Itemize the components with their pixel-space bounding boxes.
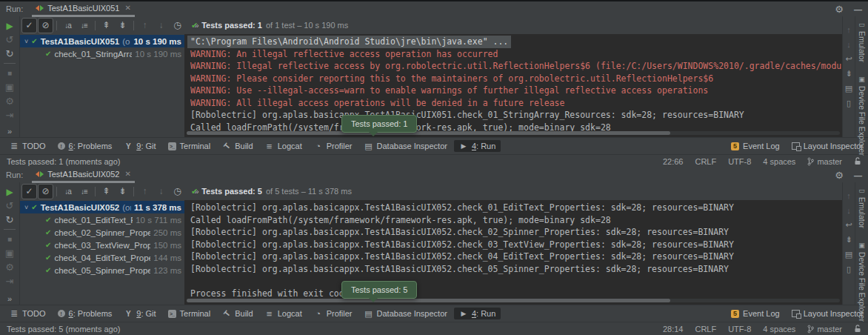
collapse-all-icon[interactable]: ⇟ [115, 18, 130, 33]
previous-occurrence-icon[interactable]: ↑ [844, 190, 854, 201]
run-config-tab[interactable]: TestA1BasicUIX051 [32, 1, 135, 17]
toggle-auto-test-icon[interactable]: ↻ [1, 213, 18, 227]
next-occurrence-icon[interactable]: ↓ [844, 205, 854, 216]
soft-wrap-icon[interactable]: ↩ [844, 53, 854, 64]
vdivider[interactable] [131, 18, 136, 33]
tool-window-stripe-button[interactable]: Emulator [858, 21, 867, 62]
scroll-to-end-icon[interactable]: ⇟ [844, 68, 854, 79]
tab-terminal[interactable]: Terminal [163, 140, 216, 152]
test-settings-icon[interactable]: ⚙ [1, 94, 18, 108]
vdivider[interactable] [131, 184, 136, 199]
clear-all-icon[interactable]: ▯ [844, 264, 854, 275]
tab-problems[interactable]: 6: Problems [53, 140, 118, 152]
tab-terminal[interactable]: Terminal [163, 308, 216, 319]
collapse-all-icon[interactable]: ⇟ [115, 184, 130, 199]
test-case-row[interactable]: check_03_TextView_Properties 150 ms [20, 239, 184, 251]
test-case-row[interactable]: check_02_Spinner_Properties 250 ms [20, 226, 184, 239]
git-branch-widget[interactable]: master [807, 325, 842, 334]
test-case-row[interactable]: check_05_Spinner_Properties 123 ms [20, 264, 184, 276]
stop-icon[interactable]: ■ [1, 232, 18, 246]
indent-widget[interactable]: 4 spaces [763, 325, 795, 334]
show-ignored-icon[interactable]: ⊘ [38, 184, 53, 199]
rerun-failed-tests-icon[interactable]: ↺ [1, 199, 18, 213]
next-failed-icon[interactable]: ↓ [153, 184, 169, 199]
tool-window-stripe-button[interactable]: Emulator [858, 187, 867, 228]
event-log-button[interactable]: 5 Event Log [731, 309, 780, 318]
rerun-tests-icon[interactable]: ▶ [1, 185, 18, 199]
previous-failed-icon[interactable]: ↑ [137, 18, 153, 33]
vdivider[interactable] [93, 184, 98, 199]
previous-occurrence-icon[interactable]: ↑ [844, 24, 854, 35]
sort-by-duration-icon[interactable]: ↓≡ [76, 184, 92, 199]
gear-icon[interactable] [835, 2, 844, 16]
tests-passed-balloon[interactable]: Tests passed: 1 [341, 115, 417, 133]
tool-window-stripe-button[interactable]: Device File Explorer [858, 242, 867, 322]
stop-icon[interactable]: ■ [1, 66, 18, 80]
rerun-failed-tests-icon[interactable]: ↺ [1, 33, 18, 47]
run-config-tab[interactable]: TestA1BasicUIX052 [32, 168, 135, 183]
scrollbar-thumb[interactable] [187, 299, 670, 302]
thread-dump-icon[interactable]: ▣ [1, 246, 18, 260]
gear-icon[interactable] [835, 168, 844, 182]
more-icon[interactable] [0, 127, 19, 136]
console-output[interactable]: "C:\Program Files\Android\Android Studio… [184, 34, 842, 137]
caret-position-widget[interactable]: 22:66 [663, 157, 684, 166]
rerun-tests-icon[interactable]: ▶ [1, 19, 18, 33]
tab-logcat[interactable]: Logcat [260, 140, 307, 152]
hide-window-icon[interactable] [854, 168, 862, 182]
tab-problems[interactable]: 6: Problems [53, 308, 118, 319]
thread-dump-icon[interactable]: ▣ [1, 80, 18, 94]
chevron-down-icon[interactable] [24, 204, 28, 211]
indent-widget[interactable]: 4 spaces [763, 157, 795, 166]
import-tests-icon[interactable]: ⇥ [1, 274, 18, 288]
test-case-row[interactable]: check_01_StringArray_Resources 10 s 190 … [20, 47, 184, 60]
close-icon[interactable] [124, 170, 130, 178]
next-occurrence-icon[interactable]: ↓ [844, 39, 854, 50]
import-tests-icon[interactable]: ⇥ [1, 108, 18, 122]
tests-passed-balloon[interactable]: Tests passed: 5 [341, 281, 417, 299]
previous-failed-icon[interactable]: ↑ [137, 184, 153, 199]
sort-alphabetically-icon[interactable]: ↓a [60, 184, 76, 199]
hdivider[interactable] [1, 227, 18, 232]
encoding-widget[interactable]: UTF-8 [728, 157, 751, 166]
test-history-icon[interactable]: ◷ [170, 18, 185, 33]
tab-run[interactable]: 4: Run [454, 140, 501, 152]
vdivider[interactable] [93, 18, 98, 33]
test-settings-icon[interactable]: ⚙ [1, 260, 18, 274]
close-icon[interactable] [124, 4, 130, 12]
print-icon[interactable]: ▤ [844, 249, 854, 260]
more-icon[interactable] [0, 294, 19, 303]
event-log-button[interactable]: 5 Event Log [731, 142, 780, 150]
tab-git[interactable]: 9: Git [118, 140, 161, 152]
chevron-down-icon[interactable] [24, 38, 28, 45]
test-case-row[interactable]: check_01_EditText_Properties 10 s 711 ms [20, 213, 184, 226]
layout-inspector-button[interactable]: Layout Inspector [792, 309, 864, 318]
sort-by-duration-icon[interactable]: ↓≡ [76, 18, 92, 33]
vdivider[interactable] [54, 18, 59, 33]
scroll-to-end-icon[interactable]: ⇟ [844, 234, 854, 245]
test-case-row[interactable]: check_04_EditText_Properties 144 ms [20, 251, 184, 264]
tab-build[interactable]: Build [217, 140, 258, 152]
print-icon[interactable]: ▤ [844, 83, 854, 94]
tab-todo[interactable]: TODO [4, 140, 51, 152]
tab-build[interactable]: Build [217, 308, 258, 319]
hdivider[interactable] [1, 61, 18, 66]
tab-run[interactable]: 4: Run [454, 308, 501, 319]
show-passed-icon[interactable]: ✓ [21, 184, 37, 199]
test-suite-row[interactable]: TestA1BasicUIX051 (org.aplas.basica 10 s… [20, 35, 184, 47]
encoding-widget[interactable]: UTF-8 [728, 325, 751, 334]
tab-profiler[interactable]: Profiler [309, 140, 358, 152]
expand-all-icon[interactable]: ⇞ [99, 184, 114, 199]
clear-all-icon[interactable]: ▯ [844, 98, 854, 109]
lock-widget[interactable] [854, 325, 861, 333]
toggle-auto-test-icon[interactable]: ↻ [1, 47, 18, 61]
tab-profiler[interactable]: Profiler [309, 308, 358, 319]
vdivider[interactable] [54, 184, 59, 199]
tool-window-stripe-button[interactable]: Device File Explorer [858, 76, 867, 156]
tab-git[interactable]: 9: Git [118, 308, 161, 319]
next-failed-icon[interactable]: ↓ [153, 18, 169, 33]
tab-database-inspector[interactable]: Database Inspector [359, 140, 453, 152]
show-passed-icon[interactable]: ✓ [21, 18, 37, 33]
line-ending-widget[interactable]: CRLF [695, 325, 716, 334]
test-history-icon[interactable]: ◷ [170, 184, 185, 199]
